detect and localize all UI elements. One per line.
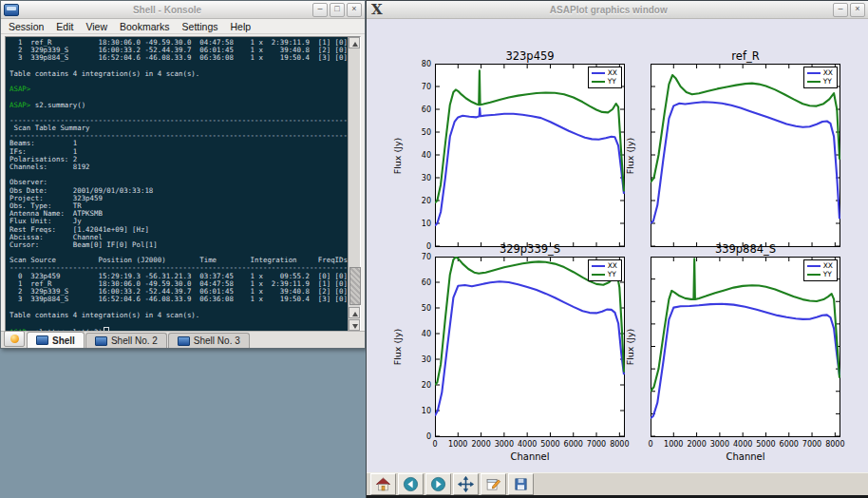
back-icon xyxy=(403,476,419,492)
legend: XXYY xyxy=(803,67,838,88)
menu-view[interactable]: View xyxy=(85,21,107,32)
close-button[interactable]: × xyxy=(347,3,362,17)
tab-shell[interactable]: Shell xyxy=(27,332,85,348)
legend-line-XX xyxy=(807,265,821,267)
subplot-329p339s[interactable]: 329p339_S0102030405060700100020003000400… xyxy=(435,257,625,437)
plot-title: 339p884_S xyxy=(651,242,840,256)
tab-shell-no-3[interactable]: Shell No. 3 xyxy=(168,333,250,348)
legend-line-YY xyxy=(592,274,605,276)
terminal-icon xyxy=(178,336,190,346)
save-icon xyxy=(513,476,529,492)
y-tick-label: 60 xyxy=(422,105,431,114)
y-tick-label: 10 xyxy=(422,407,431,415)
plot-area[interactable] xyxy=(651,257,840,437)
legend-line-YY xyxy=(807,81,821,83)
legend-line-YY xyxy=(807,274,821,276)
minimize-button[interactable]: – xyxy=(312,3,328,17)
figure-canvas[interactable]: 323p45901020304050607080Flux (Jy)XXYY re… xyxy=(367,19,868,473)
x-tick-label: 8000 xyxy=(821,440,849,449)
y-axis-label: Flux (Jy) xyxy=(625,329,635,366)
y-tick-label: 30 xyxy=(422,174,431,182)
x-tick-label: 8000 xyxy=(605,440,633,449)
y-tick-label: 80 xyxy=(422,60,431,68)
maximize-button[interactable]: □ xyxy=(330,3,345,17)
minimize-button[interactable]: – xyxy=(833,3,848,17)
terminal-scrollbar[interactable] xyxy=(348,37,360,331)
x-axis-label: Channel xyxy=(651,451,840,462)
pan-icon xyxy=(458,476,474,492)
legend: XXYY xyxy=(588,259,622,281)
menu-settings[interactable]: Settings xyxy=(182,21,218,32)
back-button[interactable] xyxy=(398,473,424,495)
terminal-text[interactable]: 1 ref_R 18:30:06.0 -49.59.30.0 04:47:58 … xyxy=(6,37,348,331)
scroll-down-icon[interactable] xyxy=(349,319,360,331)
scrollbar-thumb[interactable] xyxy=(349,267,361,305)
y-tick-label: 20 xyxy=(422,197,431,205)
y-tick-label: 0 xyxy=(426,242,431,251)
menu-help[interactable]: Help xyxy=(231,21,252,32)
plot-toolbar xyxy=(367,472,868,495)
scroll-up2-icon[interactable] xyxy=(349,307,360,318)
menu-session[interactable]: Session xyxy=(9,21,44,32)
konsole-window: Shell - Konsole –□× SessionEditViewBookm… xyxy=(0,0,366,349)
plot-title: ref_R xyxy=(651,49,840,63)
legend-line-YY xyxy=(592,81,605,83)
konsole-menubar: SessionEditViewBookmarksSettingsHelp xyxy=(1,19,365,34)
forward-button[interactable] xyxy=(425,473,451,495)
subplot-323p459[interactable]: 323p45901020304050607080Flux (Jy)XXYY xyxy=(435,64,625,247)
y-tick-label: 60 xyxy=(422,278,431,287)
legend: XXYY xyxy=(588,67,622,88)
y-tick-label: 50 xyxy=(422,304,431,313)
y-tick-label: 30 xyxy=(422,355,431,364)
legend: XXYY xyxy=(803,259,838,281)
asaplot-window: X ASAPlot graphics window –× 323p4590102… xyxy=(366,0,868,498)
configure-subplots-icon xyxy=(485,476,501,492)
asaplot-window-buttons: –× xyxy=(833,3,865,17)
konsole-app-icon xyxy=(4,4,19,16)
konsole-window-title: Shell - Konsole xyxy=(22,5,312,15)
y-tick-label: 70 xyxy=(422,253,431,261)
y-axis-label: Flux (Jy) xyxy=(392,329,403,366)
save-button[interactable] xyxy=(508,473,534,495)
terminal-area[interactable]: 1 ref_R 18:30:06.0 -49.59.30.0 04:47:58 … xyxy=(5,36,361,332)
close-button[interactable]: × xyxy=(850,3,865,17)
tab-shell-no-2[interactable]: Shell No. 2 xyxy=(85,333,167,348)
menu-edit[interactable]: Edit xyxy=(56,21,73,32)
y-tick-label: 50 xyxy=(422,128,431,137)
legend-line-XX xyxy=(592,265,605,267)
subplot-ref-r[interactable]: ref_RFlux (Jy)XXYY xyxy=(651,64,840,247)
new-session-icon xyxy=(10,335,19,343)
x-axis-label: Channel xyxy=(435,451,625,462)
plot-title: 329p339_S xyxy=(435,242,625,256)
legend-line-XX xyxy=(592,72,605,74)
home-button[interactable] xyxy=(370,473,396,495)
subplot-339p884s[interactable]: 339p884_S0100020003000400050006000700080… xyxy=(651,257,840,437)
konsole-window-buttons: –□× xyxy=(312,3,362,17)
y-axis-label: Flux (Jy) xyxy=(392,137,403,174)
konsole-titlebar[interactable]: Shell - Konsole –□× xyxy=(1,1,365,19)
home-icon xyxy=(375,476,391,492)
y-tick-label: 40 xyxy=(422,330,431,338)
konsole-tabbar: ShellShell No. 2Shell No. 3 xyxy=(1,331,365,348)
y-tick-label: 10 xyxy=(422,220,431,228)
terminal-icon xyxy=(36,335,48,345)
menu-bookmarks[interactable]: Bookmarks xyxy=(120,21,170,32)
y-tick-label: 20 xyxy=(422,381,431,390)
forward-icon xyxy=(430,476,446,492)
new-session-button[interactable] xyxy=(4,331,25,347)
configure-subplots-button[interactable] xyxy=(481,473,506,495)
y-tick-label: 70 xyxy=(422,83,431,91)
x11-icon: X xyxy=(369,3,385,16)
legend-line-XX xyxy=(807,72,821,74)
plot-title: 323p459 xyxy=(435,49,625,63)
plot-area[interactable] xyxy=(435,64,625,247)
plot-area[interactable] xyxy=(651,64,840,247)
scroll-up-icon[interactable] xyxy=(349,37,360,48)
plot-area[interactable] xyxy=(435,257,625,437)
y-tick-label: 40 xyxy=(422,151,431,160)
y-axis-label: Flux (Jy) xyxy=(625,137,635,174)
terminal-icon xyxy=(95,336,107,346)
pan-button[interactable] xyxy=(453,473,479,495)
asaplot-titlebar[interactable]: X ASAPlot graphics window –× xyxy=(367,1,868,19)
asaplot-window-title: ASAPlot graphics window xyxy=(385,5,833,15)
